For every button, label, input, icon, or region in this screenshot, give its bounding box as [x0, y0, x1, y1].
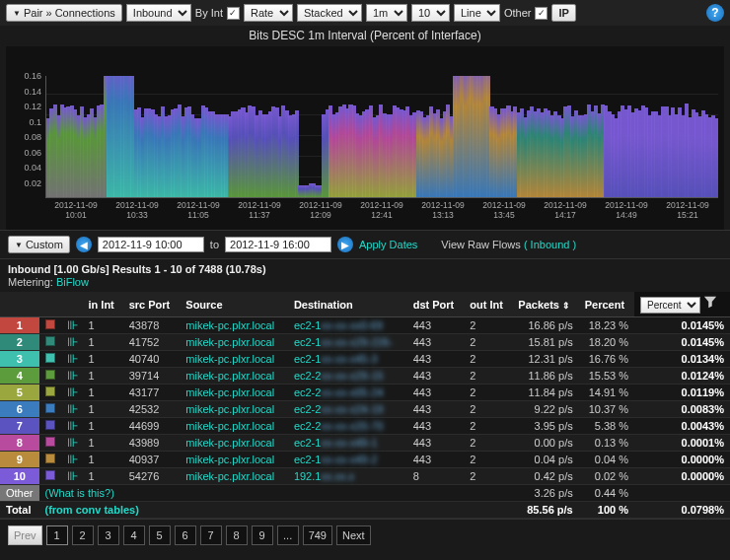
row-graph-cell[interactable]: ⊪: [61, 468, 83, 485]
pager-page[interactable]: 7: [200, 525, 222, 545]
table-row[interactable]: 7⊪144699mikek-pc.plxr.localec2-2xx-xx-x2…: [0, 418, 730, 435]
pager-page[interactable]: 1: [46, 525, 68, 545]
pager-prev[interactable]: Prev: [8, 525, 42, 545]
row-graph-cell[interactable]: ⊪: [61, 368, 83, 385]
cell-percent2: 0.0001%: [634, 435, 730, 452]
viz-select[interactable]: Line: [454, 4, 500, 22]
table-row[interactable]: 10⊪154276mikek-pc.plxr.local192.1xx.xx.x…: [0, 468, 730, 485]
cell-destination[interactable]: ec2-2xx-xx-x05-24: [288, 385, 407, 401]
pager-next[interactable]: Next: [336, 525, 371, 545]
apply-dates-link[interactable]: Apply Dates: [359, 239, 417, 250]
table-row[interactable]: 8⊪143989mikek-pc.plxr.localec2-1xx-xx-x4…: [0, 435, 730, 452]
percent-mode-select[interactable]: Percent: [640, 297, 700, 314]
pager-page[interactable]: 8: [226, 525, 248, 545]
row-graph-cell[interactable]: ⊪: [61, 401, 83, 418]
cell-source[interactable]: mikek-pc.plxr.local: [180, 385, 288, 401]
cell-dst-port: 443: [407, 435, 465, 452]
cell-destination[interactable]: ec2-1xx-xx-x29-226-: [288, 334, 407, 351]
table-row[interactable]: 1⊪143878mikek-pc.plxr.localec2-1xx-xx-xx…: [0, 317, 730, 334]
col-dst-port[interactable]: dst Port: [407, 292, 465, 317]
from-conv-tables-link[interactable]: (from conv tables): [39, 502, 513, 519]
interval-select[interactable]: 1m: [366, 4, 407, 22]
pair-connections-button[interactable]: ▼ Pair » Connections: [6, 4, 122, 22]
count-select[interactable]: 10: [411, 4, 450, 22]
graph-icon[interactable]: ⊪: [67, 438, 77, 448]
cell-out-int: 2: [464, 334, 512, 351]
pager-page[interactable]: 4: [123, 525, 145, 545]
ip-button[interactable]: IP: [551, 4, 575, 22]
cell-destination[interactable]: ec2-1xx-xx-x49-2: [288, 452, 407, 468]
graph-icon[interactable]: ⊪: [67, 354, 77, 364]
date-next-icon[interactable]: ▶: [337, 237, 353, 252]
date-from-input[interactable]: [98, 237, 204, 252]
date-prev-icon[interactable]: ◀: [76, 237, 92, 252]
graph-icon[interactable]: ⊪: [67, 404, 77, 414]
row-graph-cell[interactable]: ⊪: [61, 435, 83, 452]
table-row[interactable]: 4⊪139714mikek-pc.plxr.localec2-2xx-xx-x2…: [0, 368, 730, 385]
metering-value-link[interactable]: BiFlow: [56, 276, 89, 288]
help-icon[interactable]: ?: [706, 4, 724, 22]
direction-select[interactable]: Inbound: [126, 4, 191, 22]
pager: Prev 123456789 ... 749 Next: [0, 519, 730, 551]
col-out-int[interactable]: out Int: [464, 292, 512, 317]
graph-icon[interactable]: ⊪: [67, 337, 77, 347]
table-row[interactable]: 6⊪142532mikek-pc.plxr.localec2-2xx-xx-x2…: [0, 401, 730, 418]
rate-select[interactable]: Rate: [244, 4, 293, 22]
row-graph-cell[interactable]: ⊪: [61, 334, 83, 351]
cell-destination[interactable]: ec2-1xx-xx-xx0-69: [288, 317, 407, 334]
custom-range-button[interactable]: ▼ Custom: [8, 236, 70, 253]
col-in-int[interactable]: in Int: [83, 292, 123, 317]
pager-page[interactable]: 2: [72, 525, 94, 545]
what-is-this-link[interactable]: (What is this?): [39, 485, 513, 502]
graph-icon[interactable]: ⊪: [67, 471, 77, 481]
graph-icon[interactable]: ⊪: [67, 371, 77, 381]
cell-source[interactable]: mikek-pc.plxr.local: [180, 435, 288, 452]
cell-source[interactable]: mikek-pc.plxr.local: [180, 452, 288, 468]
cell-destination[interactable]: ec2-2xx-xx-x29-15: [288, 368, 407, 385]
cell-destination[interactable]: ec2-1xx-xx-x49-1: [288, 435, 407, 452]
cell-destination[interactable]: ec2-1xx-xx-x45-3: [288, 351, 407, 368]
cell-source[interactable]: mikek-pc.plxr.local: [180, 351, 288, 368]
pager-page[interactable]: 9: [252, 525, 273, 545]
table-row[interactable]: 2⊪141752mikek-pc.plxr.localec2-1xx-xx-x2…: [0, 334, 730, 351]
row-graph-cell[interactable]: ⊪: [61, 452, 83, 468]
stacked-select[interactable]: Stacked: [297, 4, 362, 22]
other-row: Other(What is this?)3.26 p/s0.44 %: [0, 485, 730, 502]
pager-page[interactable]: 3: [98, 525, 119, 545]
other-checkbox[interactable]: ✓: [535, 7, 548, 20]
cell-source[interactable]: mikek-pc.plxr.local: [180, 334, 288, 351]
cell-destination[interactable]: ec2-2xx-xx-x24-19: [288, 401, 407, 418]
pager-last[interactable]: 749: [303, 525, 332, 545]
graph-icon[interactable]: ⊪: [67, 387, 77, 397]
cell-destination[interactable]: ec2-2xx-xx-x20-70: [288, 418, 407, 435]
pager-page[interactable]: 6: [175, 525, 196, 545]
col-source[interactable]: Source: [180, 292, 288, 317]
col-packets[interactable]: Packets ⇕: [512, 292, 578, 317]
row-graph-cell[interactable]: ⊪: [61, 418, 83, 435]
graph-icon[interactable]: ⊪: [67, 455, 77, 464]
table-row[interactable]: 3⊪140740mikek-pc.plxr.localec2-1xx-xx-x4…: [0, 351, 730, 368]
col-percent[interactable]: Percent: [579, 292, 634, 317]
filter-icon[interactable]: [703, 295, 717, 309]
cell-source[interactable]: mikek-pc.plxr.local: [180, 368, 288, 385]
date-to-input[interactable]: [225, 237, 331, 252]
cell-source[interactable]: mikek-pc.plxr.local: [180, 401, 288, 418]
cell-source[interactable]: mikek-pc.plxr.local: [180, 317, 288, 334]
table-row[interactable]: 9⊪140937mikek-pc.plxr.localec2-1xx-xx-x4…: [0, 452, 730, 468]
byint-checkbox[interactable]: ✓: [227, 7, 240, 20]
cell-dst-port: 8: [407, 468, 465, 485]
cell-source[interactable]: mikek-pc.plxr.local: [180, 418, 288, 435]
table-row[interactable]: 5⊪143177mikek-pc.plxr.localec2-2xx-xx-x0…: [0, 385, 730, 401]
col-src-port[interactable]: src Port: [123, 292, 181, 317]
graph-icon[interactable]: ⊪: [67, 320, 77, 330]
col-destination[interactable]: Destination: [288, 292, 407, 317]
graph-icon[interactable]: ⊪: [67, 421, 77, 431]
view-raw-flows-link[interactable]: ( Inbound ): [524, 239, 576, 250]
row-graph-cell[interactable]: ⊪: [61, 385, 83, 401]
cell-destination[interactable]: 192.1xx.xx.x: [288, 468, 407, 485]
row-graph-cell[interactable]: ⊪: [61, 351, 83, 368]
row-graph-cell[interactable]: ⊪: [61, 317, 83, 334]
cell-source[interactable]: mikek-pc.plxr.local: [180, 468, 288, 485]
chart-plot[interactable]: [45, 76, 718, 198]
pager-page[interactable]: 5: [149, 525, 171, 545]
